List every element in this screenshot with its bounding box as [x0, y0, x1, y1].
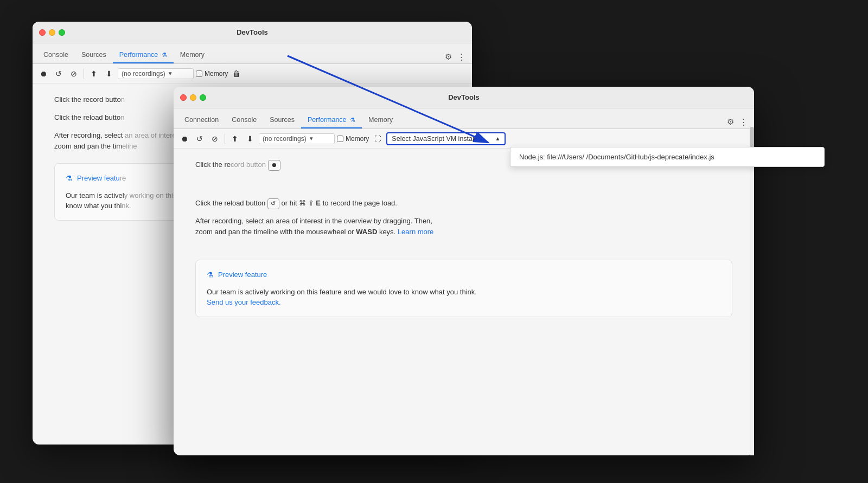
preview-flask-icon: ⚗ — [66, 172, 73, 184]
front-preview-feature-box: ⚗ Preview feature Our team is actively w… — [195, 260, 732, 317]
wasd-bold: WASD — [356, 228, 377, 236]
back-tab-memory[interactable]: Memory — [174, 48, 211, 63]
back-preview-label: Preview feature — [77, 173, 126, 184]
front-dropdown-arrow-icon: ▼ — [309, 136, 314, 141]
back-window-title: DevTools — [237, 28, 268, 36]
back-devtools-tabs: Console Sources Performance ⚗ Memory ⚙ ⋮ — [33, 43, 472, 64]
front-devtools-tabs: Connection Console Sources Performance ⚗… — [174, 108, 754, 129]
front-download-button[interactable]: ⬇ — [244, 132, 257, 145]
vm-arrow-icon: ▲ — [495, 136, 500, 141]
back-minimize-button[interactable] — [49, 29, 55, 36]
back-upload-button[interactable]: ⬆ — [87, 67, 100, 80]
back-tab-performance[interactable]: Performance ⚗ — [113, 48, 174, 63]
back-traffic-lights — [39, 29, 65, 36]
front-line2: Click the reload button ↺ or hit ⌘ ⇧ E t… — [195, 198, 732, 209]
back-download-button[interactable]: ⬇ — [103, 67, 116, 80]
back-reload-button[interactable]: ↺ — [52, 67, 65, 80]
recordings-text: (no recordings) — [122, 70, 165, 78]
record-kbd: ⏺ — [268, 160, 280, 171]
front-recordings-text: (no recordings) — [263, 135, 307, 143]
front-memory-checkbox[interactable]: Memory — [337, 135, 369, 143]
back-titlebar: DevTools — [33, 22, 472, 43]
front-memory-checkbox-label: Memory — [346, 135, 369, 143]
back-recordings-dropdown[interactable]: (no recordings) ▼ — [118, 68, 194, 79]
front-memory-check-input[interactable] — [337, 136, 343, 142]
back-toolbar: ⏺ ↺ ⊘ ⬆ ⬇ (no recordings) ▼ Memory 🗑 — [33, 64, 472, 83]
learn-more-link[interactable]: Learn more — [398, 228, 433, 236]
front-tab-sources[interactable]: Sources — [263, 113, 301, 128]
front-capture-button[interactable]: ⛶ — [371, 132, 384, 145]
back-trash-button[interactable]: 🗑 — [230, 67, 243, 80]
front-vm-select-button[interactable]: Select JavaScript VM instance ▲ — [386, 132, 506, 145]
front-window-inner: DevTools Connection Console Sources Perf… — [174, 87, 754, 455]
front-more-button[interactable]: ⋮ — [737, 115, 750, 128]
feedback-link[interactable]: Send us your feedback. — [207, 298, 281, 306]
flask-icon: ⚗ — [162, 51, 167, 59]
front-panel-content: Click the record button ⏺ Click the relo… — [174, 149, 754, 328]
reload-kbd: ↺ — [267, 198, 279, 209]
front-maximize-button[interactable] — [200, 94, 206, 101]
vm-dropdown-item[interactable]: Node.js: file:///Users/ /Documents/GitHu… — [510, 147, 754, 166]
front-line3: After recording, select an area of inter… — [195, 216, 732, 239]
front-titlebar: DevTools — [174, 87, 754, 108]
front-tab-connection[interactable]: Connection — [178, 113, 225, 128]
front-minimize-button[interactable] — [190, 94, 196, 101]
back-tab-sources[interactable]: Sources — [75, 48, 113, 63]
dropdown-arrow-icon: ▼ — [168, 70, 173, 76]
front-cancel-button[interactable]: ⊘ — [208, 132, 221, 145]
front-toolbar: ⏺ ↺ ⊘ ⬆ ⬇ (no recordings) ▼ Memory ⛶ Sel… — [174, 129, 754, 149]
front-recordings-dropdown[interactable]: (no recordings) ▼ — [259, 133, 335, 144]
front-flask-icon: ⚗ — [350, 117, 355, 124]
e-key: E — [316, 199, 321, 207]
front-preview-flask-icon: ⚗ — [207, 269, 214, 281]
back-memory-checkbox[interactable]: Memory — [196, 70, 228, 78]
toolbar-divider-1 — [84, 69, 84, 79]
vm-instance-dropdown[interactable]: Node.js: file:///Users/ /Documents/GitHu… — [510, 147, 754, 167]
back-close-button[interactable] — [39, 29, 46, 36]
front-settings-button[interactable]: ⚙ — [724, 115, 737, 128]
front-preview-body: Our team is actively working on this fea… — [207, 287, 721, 308]
back-cancel-button[interactable]: ⊘ — [67, 67, 80, 80]
back-more-button[interactable]: ⋮ — [455, 50, 468, 63]
back-maximize-button[interactable] — [59, 29, 65, 36]
vm-select-label: Select JavaScript VM instance — [392, 135, 483, 143]
front-tab-memory[interactable]: Memory — [362, 113, 399, 128]
front-tab-console[interactable]: Console — [225, 113, 263, 128]
front-close-button[interactable] — [180, 94, 187, 101]
front-traffic-lights — [180, 94, 206, 101]
front-upload-button[interactable]: ⬆ — [228, 132, 241, 145]
front-toolbar-divider-1 — [225, 134, 225, 144]
back-tab-console[interactable]: Console — [37, 48, 75, 63]
memory-checkbox-label: Memory — [205, 70, 228, 78]
memory-check-input[interactable] — [196, 70, 202, 77]
front-reload-button[interactable]: ↺ — [193, 132, 206, 145]
front-record-button[interactable]: ⏺ — [178, 132, 191, 145]
front-tab-performance[interactable]: Performance ⚗ — [301, 113, 362, 128]
back-record-button[interactable]: ⏺ — [37, 67, 50, 80]
back-settings-button[interactable]: ⚙ — [442, 50, 455, 63]
front-window-title: DevTools — [448, 93, 480, 101]
front-preview-label: Preview feature — [218, 269, 267, 281]
front-devtools-window: DevTools Connection Console Sources Perf… — [174, 87, 754, 455]
front-preview-feature-header: ⚗ Preview feature — [207, 269, 721, 281]
